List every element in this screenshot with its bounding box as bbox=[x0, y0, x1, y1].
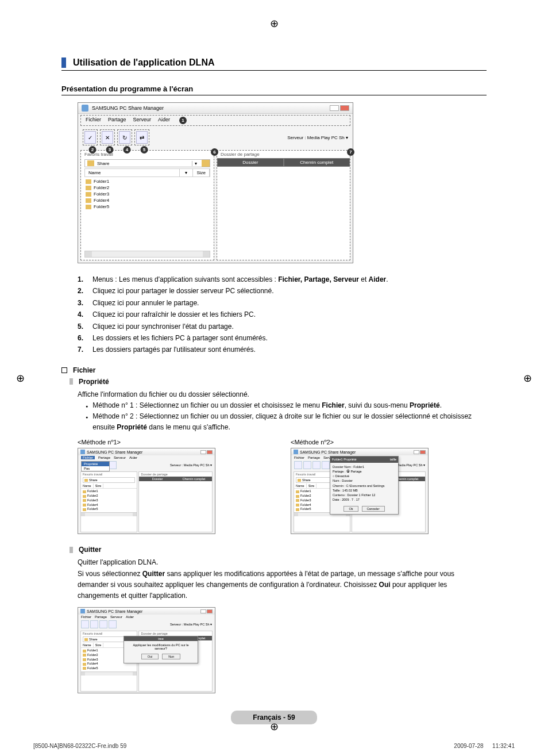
sync-button[interactable] bbox=[109, 620, 117, 628]
minimize-button[interactable] bbox=[414, 450, 419, 454]
menu-aider[interactable]: Aider bbox=[126, 615, 134, 619]
menu-partage[interactable]: Partage bbox=[308, 456, 320, 459]
method-1-col: <Méthode nº1> SAMSUNG PC Share Manager F… bbox=[78, 439, 273, 534]
subheading-fichier: Fichier bbox=[73, 366, 95, 374]
scrollbar[interactable] bbox=[84, 251, 210, 258]
sync-button[interactable] bbox=[109, 461, 117, 469]
server-dropdown[interactable]: Serveur : Media Play PC Sh ▾ bbox=[170, 623, 212, 626]
subheading-quitter: Quitter bbox=[79, 546, 101, 554]
method-1-label: <Méthode nº1> bbox=[78, 439, 273, 446]
menu-aider[interactable]: Aider bbox=[129, 456, 137, 459]
menu-fichier[interactable]: Fichier bbox=[294, 456, 304, 459]
menu-partage[interactable]: Partage bbox=[95, 615, 107, 619]
app-icon bbox=[80, 450, 85, 454]
dialog-title: Folder1 Propriété bbox=[332, 457, 357, 462]
share-button[interactable] bbox=[294, 461, 302, 469]
server-dropdown[interactable]: Serveur : Media Play PC Sh ▾ bbox=[170, 463, 212, 467]
step-text: Les dossiers partagés par l'utilisateur … bbox=[92, 344, 256, 355]
square-bullet-icon bbox=[61, 367, 67, 373]
server-dropdown[interactable]: Media Play PC Sh ▾ bbox=[307, 135, 348, 140]
accent-tab bbox=[61, 57, 66, 68]
dialog-title: tree bbox=[124, 636, 198, 641]
left-panel-title: Favoris travail bbox=[84, 152, 113, 157]
folder-icon bbox=[298, 479, 301, 482]
menu-fichier[interactable]: Fichier bbox=[81, 615, 91, 619]
menu-item-pas[interactable]: Pas bbox=[82, 466, 109, 471]
folder-icon bbox=[86, 179, 91, 184]
share-button[interactable] bbox=[81, 620, 89, 628]
mini-menubar: Fichier Propriété Pas Partage Serveur Ai… bbox=[78, 455, 215, 460]
window-controls bbox=[330, 105, 349, 111]
col-dossier[interactable]: Dossier bbox=[217, 158, 284, 167]
col-name: Name bbox=[81, 643, 94, 647]
col-size[interactable]: Size bbox=[193, 169, 210, 176]
scrollbar[interactable] bbox=[81, 512, 137, 516]
menu-item-propriete[interactable]: Propriété bbox=[82, 462, 109, 466]
menu-fichier[interactable]: Fichier bbox=[86, 117, 101, 124]
path-input[interactable] bbox=[97, 160, 192, 167]
refresh-button[interactable] bbox=[312, 461, 321, 469]
list-item[interactable]: Folder4 bbox=[83, 503, 135, 508]
list-item[interactable]: Folder3 bbox=[83, 498, 135, 503]
ok-button[interactable]: Ok bbox=[344, 506, 358, 512]
path-dropdown[interactable]: ▾ bbox=[192, 161, 199, 166]
list-item[interactable]: Folder1 bbox=[83, 489, 135, 494]
sync-button[interactable]: ⇄ bbox=[136, 131, 148, 144]
callout-1: 1 bbox=[179, 117, 187, 124]
minimize-button[interactable] bbox=[330, 105, 339, 111]
method-2-text: Méthode n° 2 : Sélectionnez un fichier o… bbox=[92, 411, 487, 433]
col-chemin[interactable]: Chemin complet bbox=[284, 158, 350, 167]
close-button[interactable] bbox=[207, 450, 213, 454]
menu-serveur[interactable]: Serveur bbox=[110, 615, 122, 619]
close-button[interactable] bbox=[207, 609, 213, 613]
mini-titlebar: SAMSUNG PC Share Manager bbox=[291, 448, 428, 455]
list-item[interactable]: Folder5 bbox=[83, 507, 135, 512]
share-button[interactable]: ✓ bbox=[84, 131, 96, 144]
scrollbar[interactable] bbox=[81, 671, 137, 676]
unshare-button[interactable] bbox=[303, 461, 311, 469]
prop-line: Nom : Dossier bbox=[333, 478, 396, 483]
close-button[interactable] bbox=[340, 105, 349, 111]
list-item[interactable]: Folder5 bbox=[83, 666, 135, 671]
minimize-button[interactable] bbox=[200, 609, 206, 613]
folder-name: Folder5 bbox=[94, 204, 109, 209]
minimize-button[interactable] bbox=[200, 450, 206, 454]
no-button[interactable]: Non bbox=[162, 654, 180, 659]
col-sort[interactable]: ▾ bbox=[180, 169, 193, 176]
path-value: Share bbox=[89, 638, 98, 641]
menu-serveur[interactable]: Serveur bbox=[133, 117, 152, 124]
browse-icon[interactable] bbox=[202, 160, 210, 167]
property-dialog: Folder1 Propriété taille Dossier Nom : F… bbox=[330, 456, 399, 514]
list-item[interactable]: Folder2 bbox=[83, 494, 135, 498]
list-item[interactable]: Folder3 bbox=[84, 191, 210, 197]
menu-fichier-open[interactable]: Fichier Propriété Pas bbox=[81, 456, 95, 459]
step-num: 1. bbox=[78, 274, 87, 285]
list-item[interactable]: Folder1 bbox=[84, 178, 210, 185]
list-item[interactable]: Folder2 bbox=[84, 185, 210, 191]
list-item[interactable]: Folder4 bbox=[84, 197, 210, 204]
menu-aider[interactable]: Aider bbox=[158, 117, 170, 124]
refresh-button[interactable] bbox=[99, 620, 107, 628]
unshare-button[interactable] bbox=[90, 620, 98, 628]
col-name[interactable]: Name bbox=[85, 169, 180, 176]
step-num: 5. bbox=[78, 321, 87, 332]
menu-serveur[interactable]: Serveur bbox=[114, 456, 126, 459]
yes-button[interactable]: Oui bbox=[141, 654, 159, 659]
footer-left: [8500-NA]BN68-02322C-Fre.indb 59 bbox=[33, 743, 126, 749]
close-button[interactable] bbox=[420, 450, 426, 454]
menu-partage[interactable]: Partage bbox=[108, 117, 126, 124]
mini-folder-list: Folder1 Folder2 Folder3 Folder4 Folder5 bbox=[81, 489, 137, 512]
app-icon bbox=[80, 609, 85, 613]
refresh-button[interactable]: ↻ bbox=[119, 131, 130, 144]
mini-window-title: SAMSUNG PC Share Manager bbox=[87, 609, 142, 613]
unshare-button[interactable]: ✕ bbox=[102, 131, 113, 144]
menu-partage[interactable]: Partage bbox=[98, 456, 110, 459]
folder-icon bbox=[86, 198, 91, 203]
registration-mark-icon: ⊕ bbox=[270, 720, 279, 733]
col-name: Name bbox=[81, 483, 94, 488]
cancel-button[interactable]: Canceler bbox=[362, 506, 385, 512]
sync-button[interactable] bbox=[322, 461, 330, 469]
propriete-methods: Méthode n° 1 : Sélectionnez un fichier o… bbox=[86, 400, 487, 433]
method-1-text: Méthode n° 1 : Sélectionnez un fichier o… bbox=[92, 400, 442, 411]
list-item[interactable]: Folder5 bbox=[84, 204, 210, 210]
